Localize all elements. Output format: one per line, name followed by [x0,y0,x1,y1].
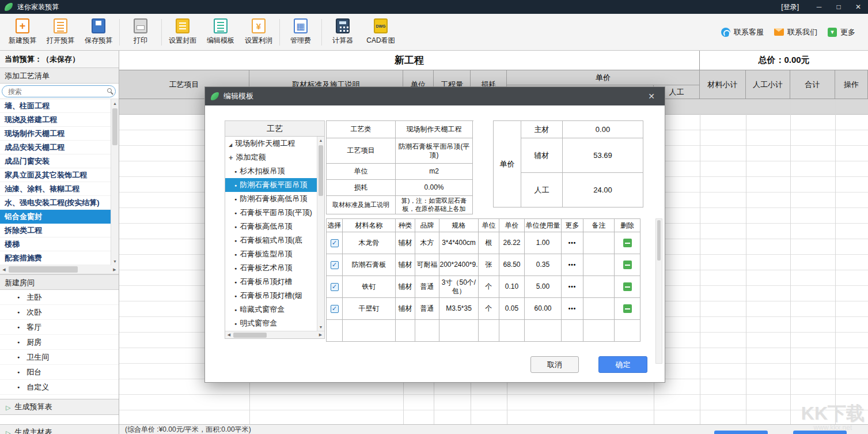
tree-parent-node[interactable]: 现场制作天棚工程 [225,137,317,150]
tree-item[interactable]: 石膏板高低吊顶 [225,220,317,233]
tree-item[interactable]: 石膏板吊顶灯槽(烟 [225,289,317,303]
material-type[interactable]: 辅材 [396,232,415,254]
sidebar-category-item[interactable]: 拆除类工程 [0,224,119,237]
generate-materials-button[interactable]: 生成主材表 [0,424,119,434]
maximize-button[interactable]: □ [829,0,848,14]
scroll-left-icon[interactable] [0,265,8,274]
material-spec[interactable]: 3寸（50个/包） [439,276,479,298]
material-price[interactable]: 0.10 [499,276,525,298]
material-price[interactable]: 68.50 [499,254,525,276]
room-item[interactable]: 次卧 [0,305,119,320]
sidebar-category-item[interactable]: 配套措施费 [0,251,119,265]
scroll-up-icon[interactable] [317,137,324,144]
tree-item[interactable]: 石膏板艺术吊顶 [225,261,317,275]
materials-scrollbar[interactable] [655,218,662,364]
row-checkbox[interactable] [331,283,339,291]
material-note[interactable] [583,276,615,298]
standard-value[interactable]: 算)，注：如需双层石膏板，在原价基础上各加 [396,196,473,214]
contact-us-button[interactable]: 联系我们 [774,27,817,37]
loss-value[interactable]: 0.00% [396,180,473,196]
scroll-down-icon[interactable] [111,257,119,265]
price-row-value[interactable]: 24.00 [563,173,643,207]
sidebar-category-item[interactable]: 现浇及搭建工程 [0,113,119,127]
tree-item[interactable]: 防潮石膏板高低吊顶 [225,192,317,206]
sidebar-category-item[interactable]: 墙、柱面工程 [0,99,119,113]
search-icon[interactable] [107,88,112,93]
scrollbar-thumb[interactable] [319,145,323,196]
more-button[interactable]: 更多 [828,27,855,37]
delete-row-button[interactable] [623,304,632,313]
room-item[interactable]: 自定义 [0,380,119,395]
tree-horizontal-scrollbar[interactable] [225,331,324,338]
scrollbar-thumb[interactable] [657,220,661,261]
craft-item-value[interactable]: 防潮石膏板平面吊顶(平顶) [396,138,473,164]
cancel-button[interactable]: 取消 [530,356,579,373]
more-options-button[interactable] [568,304,577,312]
scroll-right-icon[interactable] [317,331,324,338]
unit-value[interactable]: m2 [396,164,473,180]
minimize-button[interactable]: ─ [809,0,829,14]
calculator-button[interactable]: 计算器 [324,16,362,48]
print-button[interactable]: 打印 [122,16,160,48]
material-usage[interactable]: 60.00 [525,298,562,320]
generate-budget-button[interactable]: 生成预算表 [0,399,119,415]
material-brand[interactable]: 可耐福 [415,254,439,276]
login-button[interactable]: [登录] [771,2,809,12]
delete-row-button[interactable] [623,261,632,269]
sidebar-category-item[interactable]: 成品安装天棚工程 [0,141,119,154]
delete-row-button[interactable] [623,239,632,247]
material-type[interactable]: 辅材 [396,254,415,276]
room-item[interactable]: 主卧 [0,290,119,305]
material-brand[interactable]: 普通 [415,298,439,320]
delete-row-button[interactable] [623,282,632,291]
price-row-value[interactable]: 0.00 [563,121,643,138]
tree-item[interactable]: 石膏板吊顶灯槽 [225,275,317,289]
more-options-button[interactable] [568,282,577,290]
scroll-right-icon[interactable] [111,265,119,274]
material-unit[interactable]: 根 [479,232,499,254]
row-checkbox[interactable] [331,305,339,313]
room-item[interactable]: 客厅 [0,320,119,335]
material-brand[interactable]: 普通 [415,276,439,298]
cad-viewer-button[interactable]: CAD看图 [362,16,400,48]
open-budget-button[interactable]: 打开预算 [41,16,79,48]
material-price[interactable]: 0.05 [499,298,525,320]
room-item[interactable]: 卫生间 [0,350,119,365]
close-button[interactable]: ✕ [848,0,868,14]
row-checkbox[interactable] [331,239,339,247]
material-name[interactable]: 木龙骨 [343,232,396,254]
tree-item[interactable]: 石膏板平面吊顶(平顶) [225,206,317,220]
sidebar-category-item[interactable]: 楼梯 [0,237,119,251]
tree-item[interactable]: 明式窗帘盒 [225,316,317,330]
material-unit[interactable]: 个 [479,298,499,320]
tree-vertical-scrollbar[interactable] [317,137,324,331]
row-checkbox[interactable] [331,261,339,269]
save-budget-button[interactable]: 保存预算 [79,16,117,48]
scroll-up-icon[interactable] [111,99,119,107]
bottom-action-button[interactable] [793,431,847,434]
material-spec[interactable]: 3*4*400cm [439,232,479,254]
material-note[interactable] [583,232,615,254]
sidebar-category-item[interactable]: 现场制作天棚工程 [0,127,119,141]
management-fee-button[interactable]: 管理费 [282,16,320,48]
sidebar-category-item[interactable]: 油漆、涂料、裱糊工程 [0,182,119,196]
scroll-down-icon[interactable] [317,323,324,331]
material-note[interactable] [583,298,615,320]
tree-item[interactable]: 石膏板造型吊顶 [225,247,317,261]
material-spec[interactable]: 1200*2400*9.5 [439,254,479,276]
material-name[interactable]: 干壁钉 [343,298,396,320]
ok-button[interactable]: 确定 [598,356,647,373]
material-type[interactable]: 辅材 [396,298,415,320]
material-brand[interactable]: 木方 [415,232,439,254]
material-price[interactable]: 26.22 [499,232,525,254]
scrollbar-thumb[interactable] [233,333,267,338]
room-item[interactable]: 阳台 [0,365,119,380]
material-spec[interactable]: M3.5*35 [439,298,479,320]
bottom-action-button[interactable] [714,431,768,434]
set-cover-button[interactable]: 设置封面 [164,16,202,48]
sidebar-horizontal-scrollbar[interactable] [0,265,119,274]
contact-service-button[interactable]: 联系客服 [721,27,764,37]
add-quota-button[interactable]: 添加定额 [225,150,317,164]
room-item[interactable]: 厨房 [0,335,119,350]
sidebar-category-item[interactable]: 家具立面及其它装饰工程 [0,168,119,182]
